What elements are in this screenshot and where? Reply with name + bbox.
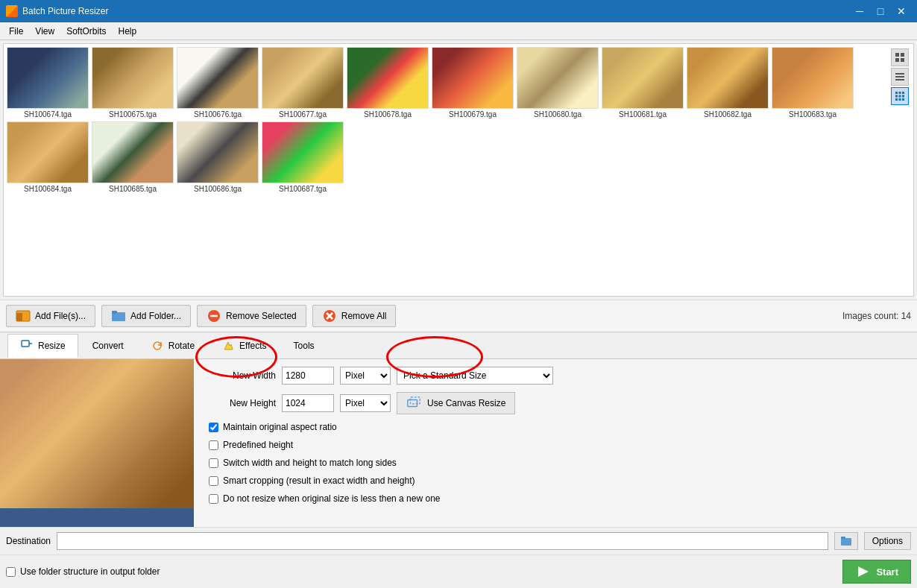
list-item[interactable]: SH100678.tga — [347, 47, 429, 118]
start-label: Start — [876, 566, 898, 578]
maximize-button[interactable]: □ — [871, 1, 890, 21]
tab-tools[interactable]: Tools — [281, 335, 327, 355]
list-item[interactable]: SH100677.tga — [262, 47, 344, 118]
aspect-ratio-label: Maintain original aspect ratio — [223, 422, 337, 432]
canvas-resize-button[interactable]: Use Canvas Resize — [397, 392, 515, 414]
destination-browse-button[interactable] — [834, 532, 858, 550]
checkbox-predefined: Predefined height — [209, 440, 910, 450]
add-folder-button[interactable]: Add Folder... — [101, 305, 191, 327]
view-large-icon[interactable] — [891, 48, 909, 66]
start-button[interactable]: Start — [842, 560, 911, 584]
svg-rect-3 — [901, 58, 904, 62]
canvas-resize-label: Use Canvas Resize — [427, 398, 505, 408]
images-count: Images count: 14 — [842, 311, 911, 321]
remove-all-button[interactable]: Remove All — [312, 305, 397, 327]
preview-image-area — [0, 359, 194, 527]
resize-form: New Width Pixel Percent cm inch Pick a S… — [209, 367, 910, 519]
svg-rect-10 — [895, 95, 898, 98]
window-controls: ─ □ ✕ — [850, 1, 911, 21]
svg-rect-0 — [895, 53, 899, 57]
checkbox-crop: Smart cropping (result in exact width an… — [209, 475, 910, 486]
view-list-icon[interactable] — [891, 68, 909, 86]
use-folder-label: Use folder structure in output folder — [20, 566, 160, 577]
standard-size-select[interactable]: Pick a Standard Size 800x600 1024x768 12… — [397, 367, 553, 385]
switch-dimensions-checkbox[interactable] — [209, 458, 218, 468]
svg-rect-8 — [899, 92, 901, 94]
tabs-row: Resize Convert Rotate Effects Tools — [0, 332, 917, 359]
menu-file[interactable]: File — [3, 25, 29, 38]
menu-bar: File View SoftOrbits Help — [0, 22, 917, 40]
svg-rect-31 — [841, 537, 845, 539]
thumbnail-label: SH100681.tga — [619, 110, 667, 118]
predefined-height-checkbox[interactable] — [209, 440, 218, 450]
remove-selected-button[interactable]: Remove Selected — [197, 305, 306, 327]
minimize-button[interactable]: ─ — [850, 1, 869, 21]
thumbnail-label: SH100676.tga — [194, 110, 242, 118]
aspect-ratio-checkbox[interactable] — [209, 423, 218, 432]
tab-effects[interactable]: Effects — [209, 334, 279, 357]
svg-rect-1 — [901, 53, 904, 57]
height-unit-select[interactable]: Pixel Percent — [340, 394, 391, 412]
list-item[interactable]: SH100675.tga — [92, 47, 174, 118]
list-item[interactable]: SH100682.tga — [687, 47, 769, 118]
thumbnail-image — [432, 47, 514, 109]
list-item[interactable]: SH100674.tga — [7, 47, 89, 118]
thumbnail-label: SH100686.tga — [194, 185, 242, 193]
list-item[interactable]: SH100683.tga — [772, 47, 854, 118]
main-content: SH100674.tga SH100675.tga SH100676.tga S… — [0, 40, 917, 588]
thumbnail-label: SH100683.tga — [789, 110, 836, 118]
width-label: New Width — [209, 370, 276, 381]
tab-convert[interactable]: Convert — [80, 335, 136, 355]
width-input[interactable] — [282, 367, 334, 385]
menu-softorbits[interactable]: SoftOrbits — [60, 25, 112, 38]
svg-rect-28 — [408, 399, 417, 406]
preview-image — [0, 359, 194, 508]
thumbnail-image — [602, 47, 684, 109]
thumbnail-label: SH100679.tga — [449, 110, 497, 118]
tab-tools-label: Tools — [294, 341, 315, 351]
list-item[interactable]: SH100679.tga — [432, 47, 514, 118]
remove-selected-icon — [207, 309, 221, 323]
list-item[interactable]: SH100681.tga — [602, 47, 684, 118]
menu-view[interactable]: View — [29, 25, 60, 38]
list-item[interactable]: SH100685.tga — [92, 121, 174, 193]
tab-resize[interactable]: Resize — [7, 334, 78, 358]
checkbox-noresize: Do not resize when original size is less… — [209, 493, 910, 504]
tab-rotate[interactable]: Rotate — [138, 334, 207, 357]
thumbnail-image — [772, 47, 854, 109]
add-files-button[interactable]: Add File(s)... — [6, 305, 95, 327]
tab-resize-label: Resize — [38, 341, 66, 351]
smart-crop-checkbox[interactable] — [209, 476, 218, 486]
use-folder-checkbox[interactable] — [6, 567, 16, 577]
svg-rect-9 — [902, 92, 904, 94]
add-files-icon — [16, 309, 31, 323]
remove-all-label: Remove All — [341, 311, 387, 321]
add-files-label: Add File(s)... — [35, 311, 86, 321]
app-icon — [6, 5, 18, 17]
remove-selected-label: Remove Selected — [226, 311, 297, 321]
list-item[interactable]: SH100680.tga — [517, 47, 599, 118]
thumbnail-image — [347, 47, 429, 109]
list-item[interactable]: SH100687.tga — [262, 121, 344, 193]
thumbnail-label: SH100680.tga — [534, 110, 582, 118]
svg-rect-19 — [112, 311, 117, 314]
width-row: New Width Pixel Percent cm inch Pick a S… — [209, 367, 910, 385]
thumbnail-image — [687, 47, 769, 109]
thumbnail-label: SH100682.tga — [704, 110, 751, 118]
destination-input[interactable] — [57, 532, 828, 550]
list-item[interactable]: SH100676.tga — [177, 47, 259, 118]
view-grid-icon[interactable] — [891, 87, 909, 105]
width-unit-select[interactable]: Pixel Percent cm inch — [340, 367, 391, 385]
menu-help[interactable]: Help — [113, 25, 143, 38]
no-resize-label: Do not resize when original size is less… — [223, 493, 441, 504]
add-folder-label: Add Folder... — [130, 311, 181, 321]
no-resize-checkbox[interactable] — [209, 494, 218, 504]
thumbnail-image — [177, 121, 259, 183]
list-item[interactable]: SH100686.tga — [177, 121, 259, 193]
options-button[interactable]: Options — [864, 532, 911, 550]
list-item[interactable]: SH100684.tga — [7, 121, 89, 193]
image-gallery: SH100674.tga SH100675.tga SH100676.tga S… — [3, 43, 914, 297]
close-button[interactable]: ✕ — [892, 1, 911, 21]
height-input[interactable] — [282, 394, 334, 412]
file-toolbar: Add File(s)... Add Folder... Remove Sele… — [0, 300, 917, 332]
